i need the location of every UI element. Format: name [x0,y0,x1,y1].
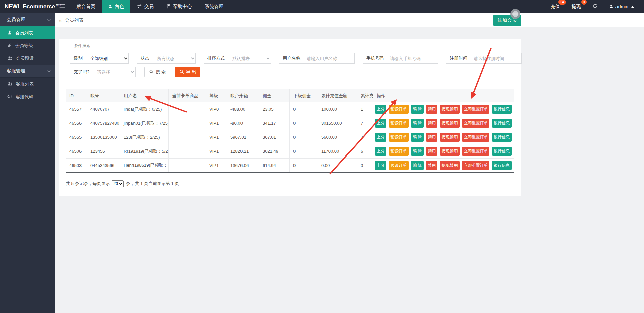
table-row: 46555 13500135000 123(已领取：2/25) VIP1 596… [66,130,514,144]
nav-roles-label: 角色 [115,4,124,10]
withdraw-disable-button[interactable]: 提现禁用 [440,161,460,170]
cell-balance: 5967.01 [227,130,259,144]
page-header: » 会员列表 添加会员 [55,13,644,27]
sidebar-item-label: 客服代码 [16,94,33,100]
user-menu[interactable]: admin [609,4,634,9]
withdraw-disable-button[interactable]: 提现禁用 [440,119,460,128]
sidebar-item-label: 会员预设 [16,55,34,61]
preset-order-button[interactable]: 预设订单 [389,119,409,128]
sidebar-item-service-list[interactable]: 客服列表 [0,78,55,90]
cell-card-product [169,144,206,159]
recharge-button[interactable]: 充值 14 [551,4,560,10]
nav-trade[interactable]: 交易 [130,0,160,13]
export-button[interactable]: 导 出 [175,67,201,77]
reset-order-button[interactable]: 立即重置订单 [462,105,489,114]
sidebar-item-label: 会员列表 [15,30,33,36]
user-icon [609,4,613,9]
bank-info-button[interactable]: 银行信息 [492,147,512,156]
bank-info-button[interactable]: 银行信息 [492,161,512,170]
search-button[interactable]: 搜 索 [144,67,170,77]
breadcrumb-icon: » [59,18,62,23]
reset-order-button[interactable]: 立即重置订单 [462,147,489,156]
phone-input[interactable] [387,53,438,64]
header-card-product: 当前卡单商品 [169,89,206,102]
username: admin [615,4,628,9]
preset-order-button[interactable]: 预设订单 [389,133,409,142]
content-card: 条件搜索 级别 全部级别 状态 所有状态 排序方式 默认排序 [59,39,521,196]
edit-button[interactable]: 编 辑 [411,147,423,156]
add-score-button[interactable]: 上分 [375,147,386,156]
cell-id: 46503 [66,159,87,173]
cell-recharge-count: 1 [357,102,373,116]
main-content: » 会员列表 添加会员 条件搜索 级别 全部级别 状态 所有状态 [55,13,644,313]
add-score-button[interactable]: 上分 [375,161,386,170]
header-sub-commission: 下级佣金 [290,89,318,102]
bank-info-button[interactable]: 银行信息 [492,133,512,142]
bank-info-button[interactable]: 银行信息 [492,105,512,114]
disable-button[interactable]: 禁用 [426,105,437,114]
username-label: 用户名称 [279,53,304,64]
sidebar-item-member-level[interactable]: 会员等级 [0,39,55,52]
add-score-button[interactable]: 上分 [375,105,386,114]
search-button-label: 搜 索 [156,69,166,75]
add-score-button[interactable]: 上分 [375,119,386,128]
nav-help-center[interactable]: 帮助中心 [160,0,198,13]
floating-tool-ball[interactable] [510,9,520,19]
cell-actions: 上分 预设订单 编 辑 禁用 提现禁用 立即重置订单 银行信息 ··· [373,102,514,116]
cell-card-product [169,116,206,130]
nav-roles[interactable]: 角色 [102,0,130,13]
disable-button[interactable]: 禁用 [426,133,437,142]
member-table: ID 账号 用户名 当前卡单商品 等级 账户余额 佣金 下级佣金 累计充值金额 … [66,89,514,173]
edit-button[interactable]: 编 辑 [411,161,423,170]
pagination: 共 5 条记录，每页显示 20 条，共 1 页当前显示第 1 页 [66,180,514,187]
cell-username: linda(已领取：0/25) [120,102,169,116]
level-select[interactable]: 全部级别 [86,53,129,64]
cell-level: VIP1 [206,159,227,173]
username-input[interactable] [304,53,355,64]
search-icon [149,69,154,75]
cell-card-product [169,102,206,116]
cell-balance: -80.00 [227,116,259,130]
withdraw-disable-button[interactable]: 提现禁用 [440,133,460,142]
cell-card-product [169,130,206,144]
recharged-select[interactable]: 请选择 [93,67,136,77]
refresh-button[interactable] [592,3,598,10]
sort-select[interactable]: 默认排序 [228,53,271,64]
page-size-select[interactable]: 20 [112,180,124,187]
sidebar-item-service-code[interactable]: 客服代码 [0,90,55,103]
edit-button[interactable]: 编 辑 [411,133,423,142]
disable-button[interactable]: 禁用 [426,119,437,128]
disable-button[interactable]: 禁用 [426,147,437,156]
disable-button[interactable]: 禁用 [426,161,437,170]
preset-order-button[interactable]: 预设订单 [389,105,409,114]
reset-order-button[interactable]: 立即重置订单 [462,161,489,170]
cell-balance: 12820.21 [227,144,259,159]
reset-order-button[interactable]: 立即重置订单 [462,119,489,128]
sidebar-toggle-button[interactable] [55,0,70,13]
preset-order-button[interactable]: 预设订单 [389,161,409,170]
status-select[interactable]: 所有状态 [153,53,196,64]
sidebar-item-member-list[interactable]: 会员列表 [0,26,55,39]
bank-info-button[interactable]: 银行信息 [492,119,512,128]
reset-order-button[interactable]: 立即重置订单 [462,133,489,142]
sidebar-item-member-preset[interactable]: 会员预设 [0,52,55,65]
cell-id: 46557 [66,102,87,116]
withdraw-disable-button[interactable]: 提现禁用 [440,147,460,156]
search-panel: 条件搜索 级别 全部级别 状态 所有状态 排序方式 默认排序 [66,43,534,82]
sidebar-group-member-management[interactable]: 会员管理 [0,13,55,26]
withdraw-disable-button[interactable]: 提现禁用 [440,105,460,114]
sidebar-group-service-management[interactable]: 客服管理 [0,65,55,78]
cell-sub-commission: 0 [290,159,318,173]
cell-recharge-count: 7 [357,116,373,130]
nav-dashboard[interactable]: 后台首页 [70,0,102,13]
withdraw-button[interactable]: 提现 0 [572,4,581,10]
cell-recharge-count: 7 [357,130,373,144]
add-score-button[interactable]: 上分 [375,133,386,142]
nav-system-management[interactable]: 系统管理 [198,0,230,13]
flag-icon [166,4,171,10]
regtime-input[interactable] [471,53,522,64]
edit-button[interactable]: 编 辑 [411,105,423,114]
preset-order-button[interactable]: 预设订单 [389,147,409,156]
username-filter: 用户名称 [279,53,355,64]
edit-button[interactable]: 编 辑 [411,119,423,128]
